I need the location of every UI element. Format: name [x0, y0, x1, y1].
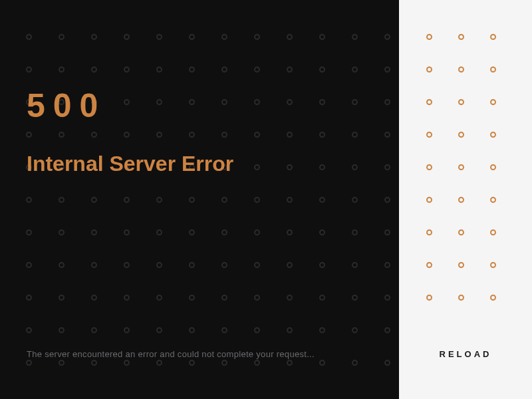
decorative-dot-grid-light	[399, 0, 532, 399]
error-title: Internal Server Error	[27, 152, 372, 176]
error-panel: 500 Internal Server Error The server enc…	[0, 0, 399, 399]
action-panel: RELOAD	[399, 0, 532, 399]
error-message: The server encountered an error and coul…	[27, 349, 372, 359]
reload-button[interactable]: RELOAD	[440, 349, 492, 359]
error-code: 500	[27, 86, 372, 125]
